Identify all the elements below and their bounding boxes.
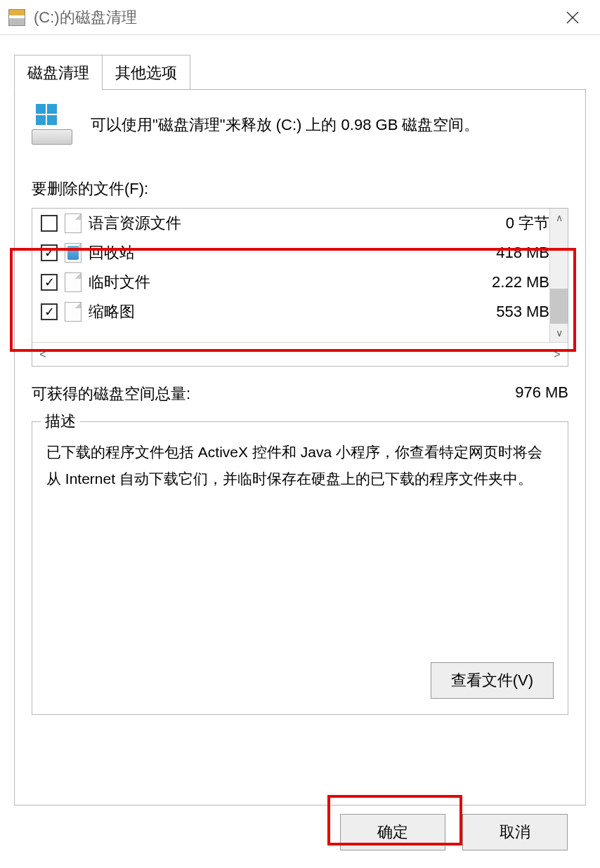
tab-other-options[interactable]: 其他选项 bbox=[102, 55, 190, 90]
scroll-up-arrow-icon[interactable]: ∧ bbox=[550, 209, 568, 227]
file-row[interactable]: 语言资源文件 0 字节 bbox=[32, 209, 568, 238]
vertical-scrollbar[interactable]: ∧ ∨ bbox=[549, 209, 568, 342]
checkbox[interactable]: ✓ bbox=[41, 274, 58, 291]
file-label: 缩略图 bbox=[89, 301, 489, 322]
file-row[interactable]: ✓ 缩略图 553 MB bbox=[32, 297, 568, 327]
file-size: 418 MB bbox=[496, 244, 555, 262]
cancel-button[interactable]: 取消 bbox=[462, 814, 568, 850]
tab-strip: 磁盘清理 其他选项 bbox=[14, 55, 586, 90]
scroll-thumb[interactable] bbox=[550, 289, 568, 324]
file-icon bbox=[65, 302, 81, 322]
checkbox[interactable]: ✓ bbox=[41, 244, 58, 261]
file-label: 语言资源文件 bbox=[89, 213, 499, 234]
files-to-delete-label: 要删除的文件(F): bbox=[32, 178, 568, 199]
tab-panel: 可以使用"磁盘清理"来释放 (C:) 上的 0.98 GB 磁盘空间。 要删除的… bbox=[14, 89, 586, 805]
file-label: 临时文件 bbox=[89, 272, 485, 293]
ok-button[interactable]: 确定 bbox=[340, 814, 445, 850]
file-size: 553 MB bbox=[496, 303, 555, 321]
file-size: 2.22 MB bbox=[492, 273, 555, 291]
file-size: 0 字节 bbox=[506, 213, 555, 234]
titlebar: (C:)的磁盘清理 bbox=[0, 0, 600, 35]
total-label: 可获得的磁盘空间总量: bbox=[32, 383, 515, 405]
total-row: 可获得的磁盘空间总量: 976 MB bbox=[32, 383, 568, 405]
close-icon bbox=[566, 11, 579, 24]
tab-disk-cleanup[interactable]: 磁盘清理 bbox=[14, 55, 103, 90]
horizontal-scrollbar[interactable]: < > bbox=[32, 342, 568, 366]
info-row: 可以使用"磁盘清理"来释放 (C:) 上的 0.98 GB 磁盘空间。 bbox=[32, 110, 568, 145]
file-row[interactable]: ✓ 回收站 418 MB bbox=[32, 238, 568, 268]
checkbox[interactable]: ✓ bbox=[41, 303, 58, 320]
description-text: 已下载的程序文件包括 ActiveX 控件和 Java 小程序，你查看特定网页时… bbox=[46, 439, 554, 492]
drive-icon bbox=[8, 9, 25, 26]
view-files-button[interactable]: 查看文件(V) bbox=[431, 662, 554, 699]
file-label: 回收站 bbox=[89, 242, 489, 263]
close-button[interactable] bbox=[548, 1, 597, 34]
description-group: 描述 已下载的程序文件包括 ActiveX 控件和 Java 小程序，你查看特定… bbox=[32, 421, 568, 715]
description-legend: 描述 bbox=[41, 411, 80, 432]
disk-cleanup-icon bbox=[32, 110, 74, 145]
info-text: 可以使用"磁盘清理"来释放 (C:) 上的 0.98 GB 磁盘空间。 bbox=[91, 110, 568, 137]
checkbox[interactable] bbox=[41, 215, 58, 232]
scroll-left-arrow-icon[interactable]: < bbox=[32, 348, 53, 361]
recycle-bin-icon bbox=[65, 243, 81, 263]
file-icon bbox=[65, 213, 81, 233]
scroll-right-arrow-icon[interactable]: > bbox=[547, 348, 568, 361]
total-value: 976 MB bbox=[515, 383, 568, 405]
file-row[interactable]: ✓ 临时文件 2.22 MB bbox=[32, 268, 568, 297]
files-listbox[interactable]: 语言资源文件 0 字节 ✓ 回收站 418 MB ✓ 临时文件 2.22 MB … bbox=[32, 208, 568, 367]
file-icon bbox=[65, 272, 81, 292]
window-title: (C:)的磁盘清理 bbox=[34, 7, 548, 28]
dialog-button-row: 确定 取消 bbox=[14, 805, 586, 850]
scroll-down-arrow-icon[interactable]: ∨ bbox=[550, 324, 568, 342]
